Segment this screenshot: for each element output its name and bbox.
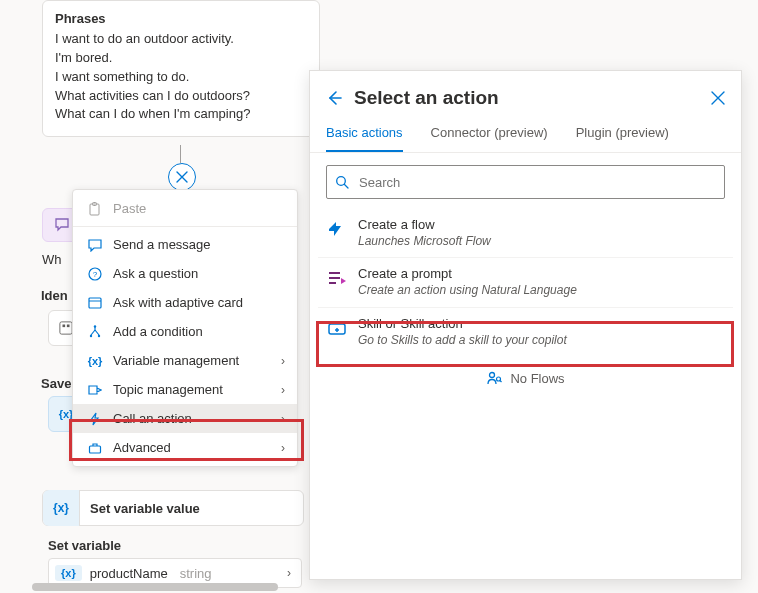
connector-line <box>180 145 181 163</box>
variable-icon: {x} <box>87 355 103 367</box>
phrase-item: What can I do when I'm camping? <box>55 105 307 124</box>
menu-add-condition[interactable]: Add a condition <box>73 317 297 346</box>
phrase-item: I want to do an outdoor activity. <box>55 30 307 49</box>
phrases-card[interactable]: Phrases I want to do an outdoor activity… <box>42 0 320 137</box>
action-create-prompt-desc: Create an action using Natural Language <box>358 283 577 299</box>
no-flows-text: No Flows <box>510 371 564 386</box>
svg-text:?: ? <box>93 270 98 279</box>
person-flow-icon <box>486 370 502 386</box>
svg-rect-0 <box>60 322 72 334</box>
set-variable-value-node[interactable]: {x} Set variable value <box>42 490 304 526</box>
variable-name: productName <box>90 566 168 581</box>
set-variable-value-label: Set variable value <box>90 501 200 516</box>
menu-variable-management-label: Variable management <box>113 353 239 368</box>
close-panel-button[interactable] <box>711 91 725 105</box>
menu-send-message[interactable]: Send a message <box>73 230 297 259</box>
branch-icon <box>87 325 103 339</box>
phrase-item: I want something to do. <box>55 68 307 87</box>
menu-paste: Paste <box>73 194 297 223</box>
chevron-right-icon: › <box>281 383 285 397</box>
close-node-button[interactable] <box>168 163 196 191</box>
svg-point-10 <box>90 334 92 336</box>
set-variable-section-label: Set variable <box>48 538 121 553</box>
phrase-item: I'm bored. <box>55 49 307 68</box>
action-skill[interactable]: Skill or Skill action Go to Skills to ad… <box>318 307 733 356</box>
action-create-prompt[interactable]: Create a prompt Create an action using N… <box>318 257 733 306</box>
panel-title: Select an action <box>354 87 699 109</box>
action-search-box[interactable] <box>326 165 725 199</box>
no-flows-message: No Flows <box>310 370 741 386</box>
chevron-right-icon: › <box>287 566 291 580</box>
bolt-icon <box>87 412 103 426</box>
action-create-flow-title: Create a flow <box>358 217 491 234</box>
menu-advanced[interactable]: Advanced › <box>73 433 297 462</box>
svg-point-22 <box>490 373 495 378</box>
svg-line-24 <box>500 381 502 383</box>
svg-point-11 <box>98 334 100 336</box>
back-button[interactable] <box>326 90 342 106</box>
flow-icon <box>326 218 348 240</box>
action-search-input[interactable] <box>357 174 716 191</box>
tab-connector[interactable]: Connector (preview) <box>431 117 548 152</box>
search-icon <box>335 175 349 189</box>
tab-plugin[interactable]: Plugin (preview) <box>576 117 669 152</box>
menu-call-action-label: Call an action <box>113 411 192 426</box>
topic-icon <box>87 383 103 397</box>
skill-icon <box>326 317 348 339</box>
prompt-icon <box>326 267 348 289</box>
action-create-prompt-title: Create a prompt <box>358 266 577 283</box>
menu-adaptive-card-label: Ask with adaptive card <box>113 295 243 310</box>
svg-line-15 <box>345 185 349 189</box>
svg-point-23 <box>497 377 501 381</box>
menu-topic-management-label: Topic management <box>113 382 223 397</box>
menu-send-message-label: Send a message <box>113 237 211 252</box>
menu-call-action[interactable]: Call an action › <box>73 404 297 433</box>
horizontal-scrollbar[interactable] <box>32 583 278 591</box>
select-action-panel: Select an action Basic actions Connector… <box>309 70 742 580</box>
tab-basic-actions[interactable]: Basic actions <box>326 117 403 152</box>
panel-tabs: Basic actions Connector (preview) Plugin… <box>310 117 741 153</box>
variable-icon: {x} <box>43 490 80 526</box>
phrase-item: What activities can I do outdoors? <box>55 87 307 106</box>
toolbox-icon <box>87 441 103 455</box>
svg-point-14 <box>337 177 346 186</box>
svg-rect-2 <box>67 325 70 328</box>
chat-icon <box>87 238 103 252</box>
svg-rect-7 <box>89 298 101 308</box>
menu-advanced-label: Advanced <box>113 440 171 455</box>
action-list: Create a flow Launches Microsoft Flow Cr… <box>310 209 741 356</box>
action-create-flow-desc: Launches Microsoft Flow <box>358 234 491 250</box>
svg-rect-12 <box>90 446 101 453</box>
menu-ask-question[interactable]: ? Ask a question <box>73 259 297 288</box>
svg-rect-1 <box>63 325 66 328</box>
svg-point-9 <box>94 325 96 327</box>
menu-variable-management[interactable]: {x} Variable management › <box>73 346 297 375</box>
card-icon <box>87 296 103 310</box>
chevron-right-icon: › <box>281 412 285 426</box>
menu-adaptive-card[interactable]: Ask with adaptive card <box>73 288 297 317</box>
action-skill-desc: Go to Skills to add a skill to your copi… <box>358 333 567 349</box>
menu-topic-management[interactable]: Topic management › <box>73 375 297 404</box>
menu-ask-question-label: Ask a question <box>113 266 198 281</box>
menu-add-condition-label: Add a condition <box>113 324 203 339</box>
chevron-right-icon: › <box>281 441 285 455</box>
menu-paste-label: Paste <box>113 201 146 216</box>
variable-badge-icon: {x} <box>55 565 82 581</box>
question-icon: ? <box>87 267 103 281</box>
menu-divider <box>73 226 297 227</box>
variable-type: string <box>180 566 212 581</box>
add-node-context-menu: Paste Send a message ? Ask a question As… <box>72 189 298 467</box>
action-create-flow[interactable]: Create a flow Launches Microsoft Flow <box>318 209 733 257</box>
phrases-title: Phrases <box>55 11 307 26</box>
chevron-right-icon: › <box>281 354 285 368</box>
action-skill-title: Skill or Skill action <box>358 316 567 333</box>
paste-icon <box>87 202 103 216</box>
